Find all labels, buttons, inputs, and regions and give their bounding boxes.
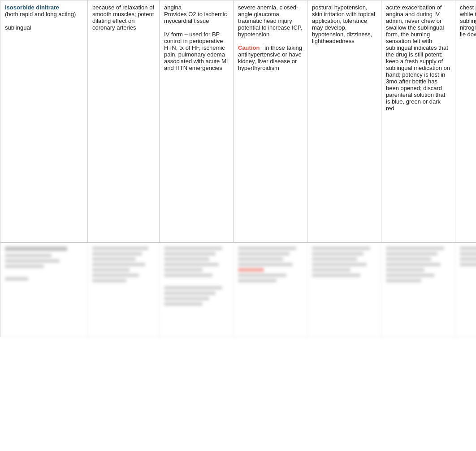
main-table: Isosorbide dinitrate (both rapid and lon…: [0, 0, 476, 337]
cell-indications: angina Provides O2 to ischemic myocardia…: [160, 0, 234, 243]
cell-mechanism: because of relaxation of smooth muscles;…: [88, 0, 160, 243]
drug-name-text: Isosorbide dinitrate: [5, 4, 59, 11]
cell-r2-c7: [455, 243, 476, 337]
cell-r2-c6: [381, 243, 455, 337]
cell-r2-c1: [0, 243, 88, 337]
mechanism-text: because of relaxation of smooth muscles;…: [92, 4, 154, 31]
table-row-2: [0, 243, 476, 337]
cell-r2-c2: [88, 243, 160, 337]
cell-r2-c4: [234, 243, 307, 337]
drug-subtitle: (both rapid and long acting): [5, 11, 76, 17]
indications-o2: Provides O2 to ischemic myocardial tissu…: [164, 11, 227, 24]
cell-side-effects: postural hypotension, skin irritation wi…: [307, 0, 381, 243]
table-row-1: Isosorbide dinitrate (both rapid and lon…: [0, 0, 476, 243]
caution-label: Caution: [238, 44, 260, 51]
cell-r2-c3: [160, 243, 234, 337]
side-effects-text: postural hypotension, skin irritation wi…: [312, 4, 375, 44]
cell-nursing: acute exacerbation of angina and during …: [381, 0, 455, 243]
nursing-text: acute exacerbation of angina and during …: [386, 4, 450, 112]
cell-patient-teaching: chest pain while taking sublingual nitro…: [455, 0, 476, 243]
drug-form: sublingual: [5, 24, 31, 31]
cell-drug-name: Isosorbide dinitrate (both rapid and lon…: [0, 0, 88, 243]
patient-teaching-text: chest pain while taking sublingual nitro…: [460, 4, 476, 38]
cell-r2-c5: [307, 243, 381, 337]
indications-angina: angina: [164, 4, 182, 11]
cell-contraindications: severe anemia, closed-angle glaucoma, tr…: [234, 0, 307, 243]
contraindications-text: severe anemia, closed-angle glaucoma, tr…: [238, 4, 303, 38]
indications-iv: IV form – used for BP control in periope…: [164, 31, 228, 71]
